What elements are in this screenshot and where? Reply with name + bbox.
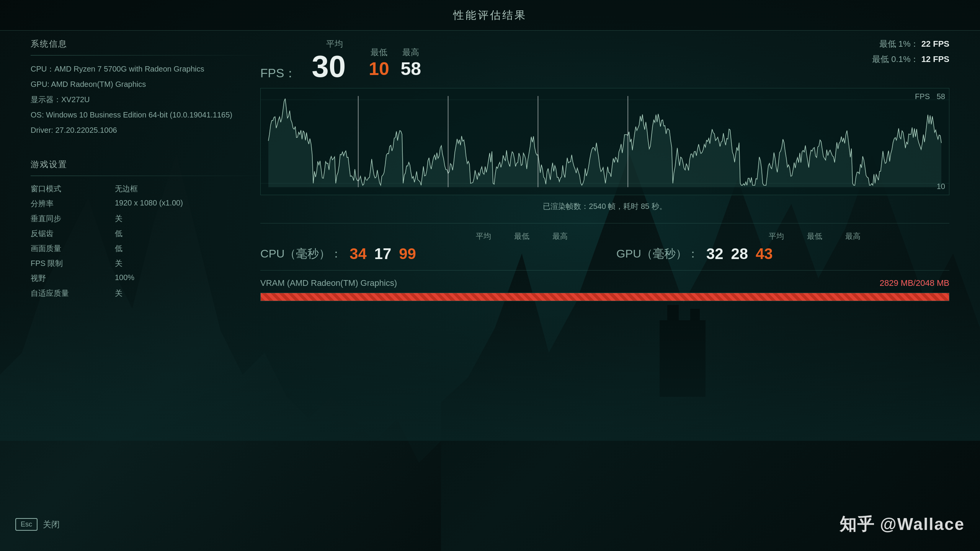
settings-key: 窗口模式 (31, 184, 115, 194)
fps-avg-header: 平均 (326, 38, 343, 50)
settings-row: 分辨率 1920 x 1080 (x1.00) (31, 199, 268, 209)
settings-key: 自适应质量 (31, 288, 115, 298)
settings-row: 视野 100% (31, 273, 268, 284)
settings-value: 1920 x 1080 (x1.00) (115, 199, 183, 209)
fps-chart-svg (261, 88, 949, 195)
system-info-title: 系统信息 (31, 38, 268, 50)
settings-key: 垂直同步 (31, 214, 115, 224)
driver-info: Driver: 27.20.22025.1006 (31, 124, 268, 136)
fps-max-header: 最高 (402, 47, 419, 58)
settings-row: 窗口模式 无边框 (31, 184, 268, 194)
close-label: 关闭 (43, 519, 60, 530)
vram-label: VRAM (AMD Radeon(TM) Graphics) (260, 278, 397, 288)
cpu-col-min: 最低 (514, 231, 529, 241)
rendered-info: 已渲染帧数：2540 帧，耗时 85 秒。 (260, 201, 949, 212)
fps-avg-value: 30 (312, 51, 346, 82)
settings-value: 关 (115, 214, 122, 224)
cpu-col-max: 最高 (552, 231, 568, 241)
esc-key[interactable]: Esc (15, 518, 38, 531)
settings-value: 100% (115, 273, 134, 284)
cpu-info: CPU：AMD Ryzen 7 5700G with Radeon Graphi… (31, 63, 268, 75)
settings-key: 分辨率 (31, 199, 115, 209)
page-title: 性能评估结果 (453, 8, 527, 23)
vram-value: 2829 MB/2048 MB (880, 278, 949, 288)
settings-row: FPS 限制 关 (31, 258, 268, 269)
settings-value: 关 (115, 258, 122, 269)
game-settings-divider (31, 176, 268, 176)
vram-bar-background (260, 293, 949, 301)
esc-close-group[interactable]: Esc 关闭 (15, 518, 60, 531)
game-settings-title: 游戏设置 (31, 159, 268, 170)
chart-top-value: 58 (937, 92, 945, 101)
chart-fps-label: FPS (915, 92, 930, 101)
settings-row: 垂直同步 关 (31, 214, 268, 224)
os-info: OS: Windows 10 Business Edition 64-bit (… (31, 109, 268, 121)
gpu-min: 28 (731, 245, 748, 262)
cpu-gpu-section: 平均 最低 最高 平均 最低 最高 CPU（毫秒）： 34 17 99 GPU（… (260, 231, 949, 262)
vram-divider (260, 270, 949, 271)
settings-key: 反锯齿 (31, 228, 115, 239)
settings-row: 自适应质量 关 (31, 288, 268, 298)
gpu-label: GPU（毫秒）： (616, 246, 699, 262)
fps-max-value: 58 (401, 60, 421, 78)
fps-01pct-value: 12 FPS (921, 54, 949, 64)
chart-bottom-value: 10 (937, 182, 945, 191)
fps-min-value: 10 (369, 60, 389, 78)
fps-label: FPS： (260, 65, 296, 82)
fps-1pct-value: 22 FPS (921, 39, 949, 49)
settings-table: 窗口模式 无边框 分辨率 1920 x 1080 (x1.00) 垂直同步 关 … (31, 184, 268, 298)
cpu-label: CPU（毫秒）： (260, 246, 342, 262)
system-info-section: 系统信息 CPU：AMD Ryzen 7 5700G with Radeon G… (31, 38, 268, 136)
fps-01pct-label: 最低 0.1%： (872, 54, 919, 64)
gpu-col-min: 最低 (807, 231, 822, 241)
system-info-divider (31, 55, 268, 55)
fps-1pct-label: 最低 1%： (879, 39, 919, 49)
settings-value: 关 (115, 288, 122, 298)
fps-chart: FPS 58 10 (260, 88, 949, 195)
gpu-max: 43 (756, 245, 773, 262)
fps-min-header: 最低 (371, 47, 387, 58)
left-panel: 系统信息 CPU：AMD Ryzen 7 5700G with Radeon G… (31, 38, 268, 303)
gpu-col-avg: 平均 (769, 231, 784, 241)
cpu-avg: 34 (350, 245, 367, 262)
game-settings-section: 游戏设置 窗口模式 无边框 分辨率 1920 x 1080 (x1.00) 垂直… (31, 159, 268, 298)
settings-key: 画面质量 (31, 243, 115, 254)
gpu-col-max: 最高 (845, 231, 861, 241)
vram-bar-fill (261, 293, 949, 301)
settings-value: 无边框 (115, 184, 138, 194)
settings-key: FPS 限制 (31, 258, 115, 269)
settings-value: 低 (115, 228, 122, 239)
vram-header: VRAM (AMD Radeon(TM) Graphics) 2829 MB/2… (260, 278, 949, 288)
right-panel: FPS： 平均 30 最低 10 最高 58 (260, 38, 949, 301)
watermark: 知乎 @Wallace (840, 513, 965, 536)
settings-value: 低 (115, 243, 122, 254)
settings-key: 视野 (31, 273, 115, 284)
cpu-min: 17 (374, 245, 392, 262)
monitor-info: 显示器：XV272U (31, 94, 268, 105)
fps-percentile-stats: 最低 1%： 22 FPS 最低 0.1%： 12 FPS (872, 38, 949, 65)
vram-section: VRAM (AMD Radeon(TM) Graphics) 2829 MB/2… (260, 278, 949, 301)
settings-row: 画面质量 低 (31, 243, 268, 254)
title-bar: 性能评估结果 (0, 0, 980, 31)
gpu-info: GPU: AMD Radeon(TM) Graphics (31, 78, 268, 90)
cpu-col-avg: 平均 (476, 231, 491, 241)
bottom-bar: Esc 关闭 知乎 @Wallace (15, 513, 965, 536)
cpu-max: 99 (399, 245, 416, 262)
gpu-avg: 32 (706, 245, 724, 262)
panel-divider (260, 223, 949, 223)
settings-row: 反锯齿 低 (31, 228, 268, 239)
